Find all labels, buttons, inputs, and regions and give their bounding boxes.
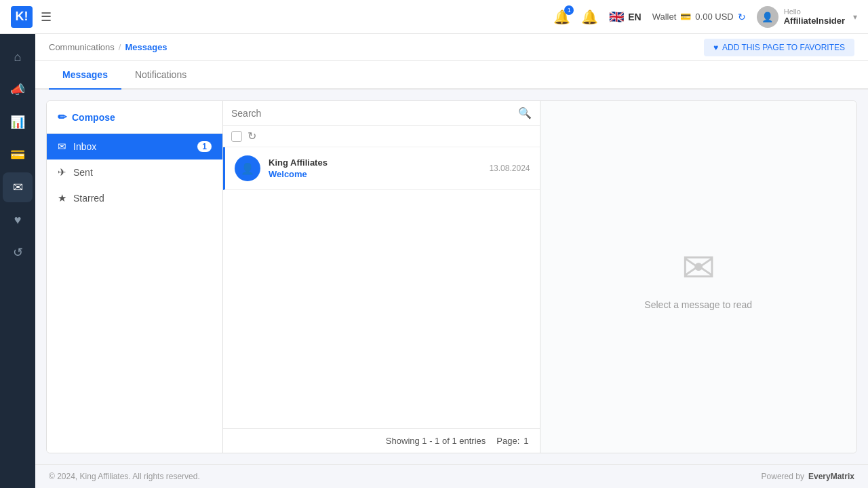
inbox-label: Inbox [73,141,96,152]
message-avatar: 👤 [235,155,260,181]
sent-label: Sent [73,167,93,178]
top-navigation: K! ☰ 🔔 1 🔔 🇬🇧 EN Wallet 💳 0.00 USD ↻ 👤 H… [0,0,868,34]
nav-item-sent-left: ✈ Sent [58,166,93,179]
sidebar-item-history[interactable]: ↺ [3,238,33,267]
search-bar: 🔍 [223,101,540,126]
inbox-icon: ✉ [58,140,66,153]
sent-icon: ✈ [58,166,66,179]
right-panel: ✉ Select a message to read [540,101,857,453]
compose-button[interactable]: ✏ Compose [47,101,222,134]
nav-item-starred[interactable]: ★ Starred [47,185,222,211]
breadcrumb-current: Messages [125,42,167,52]
starred-icon: ★ [58,192,66,204]
page-label: Page: [496,436,519,446]
search-input[interactable] [231,108,513,119]
inbox-badge: 1 [197,141,212,152]
language-selector[interactable]: 🇬🇧 EN [609,10,641,24]
nav-items: ✉ Inbox 1 ✈ Sent [47,134,222,211]
messages-body: ✏ Compose ✉ Inbox 1 [35,90,868,464]
topnav-right: 🔔 1 🔔 🇬🇧 EN Wallet 💳 0.00 USD ↻ 👤 Hello … [553,6,857,28]
bell-icon[interactable]: 🔔 [581,9,598,25]
sidebar: ⌂ 📣 📊 💳 ✉ ♥ ↺ [0,34,35,488]
heart-icon: ♥ [713,43,718,52]
page-number: 1 [524,436,528,446]
tab-messages[interactable]: Messages [49,61,121,90]
message-subject: Welcome [269,169,481,179]
select-all-checkbox[interactable] [231,131,242,142]
pagination-bar: Showing 1 - 1 of 1 entries Page: 1 [223,428,540,453]
footer: © 2024, King Affiliates. All rights rese… [35,464,868,488]
compose-icon: ✏ [58,111,66,124]
chevron-down-icon: ▾ [853,12,857,22]
user-menu[interactable]: 👤 Hello AffiliateInsider ▾ [757,6,857,28]
messages-container: ✏ Compose ✉ Inbox 1 [46,100,857,453]
message-body: King Affiliates Welcome [269,157,481,179]
message-date: 13.08.2024 [489,164,530,173]
empty-envelope-icon: ✉ [682,244,715,291]
notification-button[interactable]: 🔔 1 [553,9,570,25]
breadcrumb-bar: Communications / Messages ♥ ADD THIS PAG… [35,34,868,61]
fav-button-label: ADD THIS PAGE TO FAVORITES [722,43,845,52]
main-content: Communications / Messages ♥ ADD THIS PAG… [35,34,868,488]
empty-state-text: Select a message to read [644,299,752,310]
wallet-refresh-icon[interactable]: ↻ [738,12,746,22]
table-row[interactable]: 👤 King Affiliates Welcome 13.08.2024 [223,147,540,190]
starred-label: Starred [73,193,104,204]
user-hello: Hello [784,7,845,16]
wallet-area: Wallet 💳 0.00 USD ↻ [652,12,746,22]
logo: K! [11,6,33,28]
topnav-left: K! ☰ [11,6,52,28]
tab-notifications[interactable]: Notifications [121,61,200,90]
sidebar-item-favorites[interactable]: ♥ [3,205,33,235]
wallet-icon: 💳 [680,12,691,22]
breadcrumb-separator: / [119,42,121,52]
user-avatar: 👤 [757,6,778,28]
wallet-label: Wallet [652,12,677,22]
everymatrix-logo: EveryMatrix [808,472,854,481]
message-list: 👤 King Affiliates Welcome 13.08.2024 [223,147,540,428]
logo-area: K! ☰ [11,6,52,28]
showing-entries: Showing 1 - 1 of 1 entries [386,436,486,446]
wallet-amount: 0.00 USD [695,12,733,22]
compose-label: Compose [72,112,115,123]
notification-badge: 1 [564,5,574,15]
sidebar-item-reports[interactable]: 📊 [3,107,33,137]
nav-item-sent[interactable]: ✈ Sent [47,159,222,185]
sidebar-item-home[interactable]: ⌂ [3,42,33,72]
footer-copyright: © 2024, King Affiliates. All rights rese… [49,472,200,481]
search-button[interactable]: 🔍 [518,107,532,119]
left-panel: ✏ Compose ✉ Inbox 1 [47,101,223,453]
nav-item-inbox[interactable]: ✉ Inbox 1 [47,134,222,159]
flag-icon: 🇬🇧 [609,10,624,24]
refresh-button[interactable]: ↻ [248,130,256,143]
hamburger-menu[interactable]: ☰ [41,10,52,24]
sidebar-item-messages[interactable]: ✉ [3,172,33,202]
sidebar-item-billing[interactable]: 💳 [3,140,33,170]
powered-by: Powered by EveryMatrix [762,472,854,481]
tabs-bar: Messages Notifications [35,61,868,90]
breadcrumb-parent[interactable]: Communications [49,42,115,52]
message-sender: King Affiliates [269,157,481,168]
user-name: AffiliateInsider [784,16,845,26]
user-info: Hello AffiliateInsider [784,7,845,26]
breadcrumb: Communications / Messages [49,42,167,52]
add-to-favorites-button[interactable]: ♥ ADD THIS PAGE TO FAVORITES [704,39,854,56]
nav-item-inbox-left: ✉ Inbox [58,140,96,153]
page-info: Page: 1 [496,436,528,446]
powered-by-label: Powered by [762,472,804,481]
middle-panel: 🔍 ↻ 👤 King Affiliates Welcome [223,101,540,453]
nav-item-starred-left: ★ Starred [58,192,104,204]
main-layout: ⌂ 📣 📊 💳 ✉ ♥ ↺ Communications / Messages … [0,34,868,488]
toolbar-bar: ↻ [223,126,540,147]
sidebar-item-campaigns[interactable]: 📣 [3,75,33,105]
language-text: EN [628,12,641,22]
tabs: Messages Notifications [49,61,854,88]
